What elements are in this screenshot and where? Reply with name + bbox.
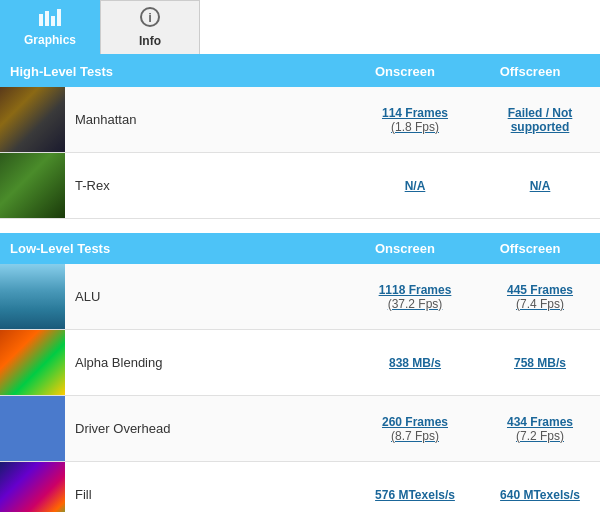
table-row: Driver Overhead 260 Frames (8.7 Fps) 434… — [0, 396, 600, 462]
driver-thumbnail — [0, 396, 65, 461]
table-row: ALU 1118 Frames (37.2 Fps) 445 Frames (7… — [0, 264, 600, 330]
alu-thumbnail — [0, 264, 65, 329]
manhattan-thumbnail — [0, 87, 65, 152]
fill-label: Fill — [65, 487, 350, 502]
trex-offscreen[interactable]: N/A — [480, 179, 600, 193]
tab-info[interactable]: i Info — [100, 0, 200, 54]
alpha-onscreen[interactable]: 838 MB/s — [350, 356, 480, 370]
fill-offscreen[interactable]: 640 MTexels/s — [480, 488, 600, 502]
tab-graphics-label: Graphics — [24, 33, 76, 47]
manhattan-offscreen[interactable]: Failed / Not supported — [480, 106, 600, 134]
manhattan-label: Manhattan — [65, 112, 350, 127]
alpha-thumbnail — [0, 330, 65, 395]
info-icon: i — [140, 7, 160, 32]
graphics-icon — [39, 8, 61, 31]
driver-offscreen[interactable]: 434 Frames (7.2 Fps) — [480, 415, 600, 443]
svg-rect-3 — [57, 9, 61, 26]
trex-thumbnail — [0, 153, 65, 218]
low-level-title: Low-Level Tests — [10, 241, 110, 256]
table-row: T-Rex N/A N/A — [0, 153, 600, 219]
section-spacer — [0, 219, 600, 233]
manhattan-onscreen[interactable]: 114 Frames (1.8 Fps) — [350, 106, 480, 134]
alpha-offscreen[interactable]: 758 MB/s — [480, 356, 600, 370]
svg-text:i: i — [148, 10, 152, 25]
low-level-onscreen-col: Onscreen — [340, 241, 470, 256]
high-level-offscreen-col: Offscreen — [470, 64, 590, 79]
svg-rect-1 — [45, 11, 49, 26]
table-row: Manhattan 114 Frames (1.8 Fps) Failed / … — [0, 87, 600, 153]
low-level-offscreen-col: Offscreen — [470, 241, 590, 256]
svg-rect-0 — [39, 14, 43, 26]
tab-graphics[interactable]: Graphics — [0, 0, 100, 54]
high-level-header: High-Level Tests Onscreen Offscreen — [0, 56, 600, 87]
table-row: Fill 576 MTexels/s 640 MTexels/s — [0, 462, 600, 512]
low-level-header: Low-Level Tests Onscreen Offscreen — [0, 233, 600, 264]
tab-info-label: Info — [139, 34, 161, 48]
high-level-onscreen-col: Onscreen — [340, 64, 470, 79]
fill-thumbnail — [0, 462, 65, 512]
driver-label: Driver Overhead — [65, 421, 350, 436]
alu-onscreen[interactable]: 1118 Frames (37.2 Fps) — [350, 283, 480, 311]
tab-bar: Graphics i Info — [0, 0, 600, 56]
alu-label: ALU — [65, 289, 350, 304]
svg-rect-2 — [51, 16, 55, 26]
trex-onscreen[interactable]: N/A — [350, 179, 480, 193]
trex-label: T-Rex — [65, 178, 350, 193]
table-row: Alpha Blending 838 MB/s 758 MB/s — [0, 330, 600, 396]
alpha-label: Alpha Blending — [65, 355, 350, 370]
fill-onscreen[interactable]: 576 MTexels/s — [350, 488, 480, 502]
high-level-title: High-Level Tests — [10, 64, 113, 79]
alu-offscreen[interactable]: 445 Frames (7.4 Fps) — [480, 283, 600, 311]
driver-onscreen[interactable]: 260 Frames (8.7 Fps) — [350, 415, 480, 443]
